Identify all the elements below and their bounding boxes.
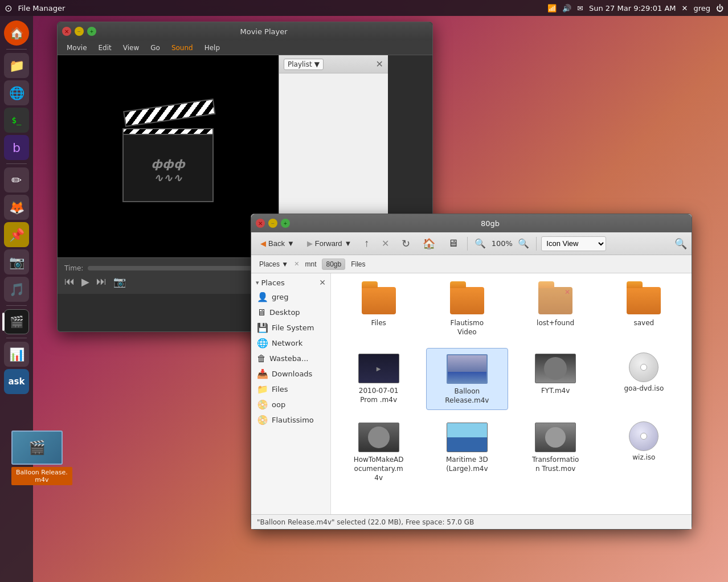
search-btn[interactable]: 🔍 [674,237,687,250]
launcher-firefox[interactable]: 🦊 [4,195,29,220]
menu-view[interactable]: View [118,43,144,53]
fm-breadcrumb: Places ▼ ✕ mnt 80gb Files [251,255,692,273]
file-item-flautismo[interactable]: Flautismo Video [426,280,508,341]
zoom-out-btn[interactable]: 🔍 [472,237,488,250]
bc-mnt[interactable]: mnt [301,259,320,269]
taskbar-username: greg [693,4,710,13]
bc-places[interactable]: Places ▼ [256,259,292,269]
prev-btn[interactable]: ⏮ [64,276,75,288]
zoom-in-btn[interactable]: 🔍 [516,237,531,250]
fm-toolbar: ◀ Back ▼ ▶ Forward ▼ ↑ ✕ ↻ 🏠 🖥 🔍 100% 🔍 [251,232,692,255]
video-area: ффф∿∿∿ [58,55,279,257]
computer-btn[interactable]: 🖥 [443,235,463,252]
fm-minimize[interactable]: − [268,219,277,228]
file-item-saved[interactable]: saved [603,280,685,341]
launcher-editor[interactable]: ✏️ [4,167,29,192]
sidebar-item-flautissimo[interactable]: 📀 Flautissimo [251,412,330,428]
launcher-browser[interactable]: 🌐 [4,80,29,105]
screenshot-btn[interactable]: 📷 [113,276,126,288]
movieplayer-title: Movie Player [100,27,428,36]
system-taskbar: ⊙ File Manager 📶 🔊 ✉ Sun 27 Mar 9:29:01 … [0,0,728,16]
up-btn[interactable]: ↑ [359,235,374,252]
bc-80gb[interactable]: 80gb [322,259,345,270]
view-select[interactable]: Icon View List View Compact View [541,236,606,251]
launcher-music[interactable]: 🎵 [4,277,29,302]
sidebar-item-wastebasket[interactable]: 🗑 Wasteba... [251,351,330,366]
file-item-lostfound[interactable]: lost+found [515,280,596,341]
launcher-activity[interactable]: 📊 [4,342,29,367]
sidebar-item-filesystem[interactable]: 💾 File System [251,320,330,335]
thumb-prom: ▶ [358,353,399,384]
menu-sound[interactable]: Sound [167,43,198,53]
file-name-flautismo: Flautismo Video [441,319,493,337]
launcher-files[interactable]: 📁 [4,53,29,78]
file-name-lostfound: lost+found [537,319,574,328]
sidebar-close-btn[interactable]: ✕ [319,278,326,287]
forward-btn[interactable]: ▶ Forward ▼ [302,237,357,250]
playlist-close-btn[interactable]: ✕ [376,59,383,69]
home-btn[interactable]: 🏠 [418,235,440,252]
movieplayer-minimize[interactable]: − [75,27,84,36]
sidebar-item-files[interactable]: 📁 Files [251,382,330,397]
menu-help[interactable]: Help [200,43,224,53]
sidebar-item-network[interactable]: 🌐 Network [251,335,330,351]
playlist-dropdown[interactable]: Playlist ▼ [284,59,324,70]
file-item-files[interactable]: Files [338,280,419,341]
launcher-ubuntu[interactable]: 🏠 [4,21,29,46]
next-btn[interactable]: ⏭ [96,276,107,288]
file-item-howto[interactable]: HowToMakeADocumentary.m4v [338,417,419,487]
launcher-movieplayer[interactable]: 🎬 [4,309,29,334]
taskbar-left: ⊙ File Manager [5,3,65,14]
file-name-prom: 2010-07-01 Prom .m4v [353,387,404,404]
forward-dropdown-arrow[interactable]: ▼ [344,239,351,248]
back-btn[interactable]: ◀ Back ▼ [256,237,299,250]
bc-files[interactable]: Files [347,259,369,269]
launcher-camera[interactable]: 📷 [4,249,29,274]
file-item-prom[interactable]: ▶ 2010-07-01 Prom .m4v [338,348,419,410]
sidebar-item-desktop[interactable]: 🖥 Desktop [251,305,330,320]
sidebar-label-filesystem: File System [272,323,314,332]
fm-sidebar-header: ▾ Places ✕ [251,276,330,289]
launcher-sticky[interactable]: 📌 [4,222,29,247]
file-item-wiz[interactable]: wiz.iso [603,417,685,487]
wastebasket-icon: 🗑 [257,353,266,364]
thumb-fyt [535,353,576,384]
sidebar-label-oop: oop [272,400,285,409]
menu-movie[interactable]: Movie [62,43,92,53]
playlist-title: Playlist [288,60,312,68]
back-dropdown-arrow[interactable]: ▼ [287,239,295,248]
fm-sidebar: ▾ Places ✕ 👤 greg 🖥 Desktop 💾 File Syste… [251,273,331,514]
disc-icon-wiz [623,421,664,451]
refresh-btn[interactable]: ↻ [397,235,415,252]
launcher-terminal[interactable]: $_ [4,108,29,133]
sidebar-item-greg[interactable]: 👤 greg [251,289,330,305]
menu-go[interactable]: Go [146,43,165,53]
oop-icon: 📀 [257,399,268,410]
file-item-fyt[interactable]: FYT.m4v [515,348,596,410]
sidebar-arrow: ▾ [256,279,259,286]
sidebar-item-downloads[interactable]: 📥 Downloads [251,366,330,382]
file-item-balloon[interactable]: Balloon Release.m4v [426,348,508,410]
file-name-balloon: Balloon Release.m4v [441,387,493,405]
file-item-goadisk[interactable]: goa-dvd.iso [603,348,685,410]
sidebar-title: Places [261,278,285,287]
ws-thumb[interactable]: 🎬 [11,431,63,465]
fm-maximize[interactable]: + [281,219,290,228]
sidebar-item-oop[interactable]: 📀 oop [251,397,330,412]
movieplayer-close[interactable]: ✕ [62,27,71,36]
menu-edit[interactable]: Edit [94,43,116,53]
file-item-transform[interactable]: Transformation Trust.mov [515,417,596,487]
play-btn[interactable]: ▶ [81,276,89,288]
file-item-maritime[interactable]: Maritime 3D (Large).m4v [426,417,508,487]
file-name-fyt: FYT.m4v [541,387,570,396]
fm-status-text: "Balloon Release.m4v" selected (22.0 MB)… [257,518,474,526]
launcher-gwibber[interactable]: b [4,135,29,160]
sidebar-label-flautissimo: Flautissimo [272,416,314,424]
file-grid: Files Flautismo Video lost+found [338,280,685,487]
stop-btn[interactable]: ✕ [377,236,394,251]
fm-close[interactable]: ✕ [256,219,265,228]
movieplayer-maximize[interactable]: + [87,27,96,36]
sidebar-label-files: Files [272,385,288,394]
network-icon: 🌐 [257,338,268,349]
launcher-ask[interactable]: ask [4,369,29,394]
